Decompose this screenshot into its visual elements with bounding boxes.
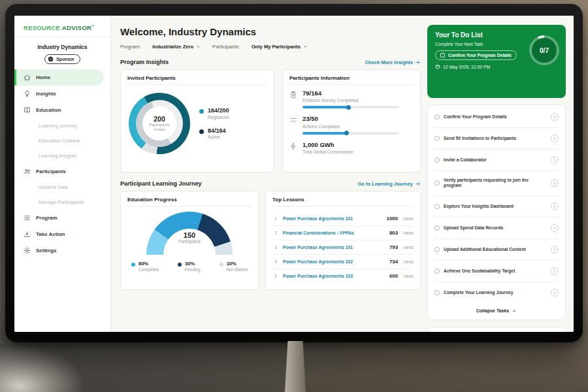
sidebar: RESOURCE ADVISOR+ Industry Dynamics Spon…: [14, 16, 111, 332]
education-progress-card: Education Progress 150 Participants: [120, 191, 259, 290]
info-row-actions: 23/50 Actions Completed: [289, 116, 414, 134]
task-item-invite-collaborator[interactable]: Invite a Collaborator: [434, 150, 559, 171]
sidebar-item-settings[interactable]: Settings: [14, 242, 104, 259]
learning-journey-header: Participant Learning Journey Go to Learn…: [120, 180, 421, 187]
list-icon: [24, 214, 31, 221]
section-title-learning-journey: Participant Learning Journey: [120, 180, 202, 187]
invited-legend: 164/200 Registered 84/164 Active: [199, 108, 229, 140]
sidebar-item-learning-insights[interactable]: Learning Insights: [14, 148, 104, 163]
task-item-upload-educational-content[interactable]: Upload Additional Educational Content: [434, 239, 559, 261]
page-title: Welcome, Industry Dynamics: [120, 26, 421, 37]
actions-progressbar: [302, 132, 399, 135]
chevron-right-icon[interactable]: [551, 203, 559, 210]
logo-resource: RESOURCE: [24, 24, 60, 31]
sidebar-item-program[interactable]: Program: [14, 210, 104, 226]
sidebar-item-learning-journey[interactable]: Learning Journey: [14, 118, 104, 133]
lesson-link[interactable]: Financial Considerations - VPPAs: [283, 231, 385, 235]
sponsor-badge: Sponsor: [44, 54, 80, 64]
app-window: RESOURCE ADVISOR+ Industry Dynamics Spon…: [14, 16, 574, 332]
sidebar-item-home[interactable]: Home: [14, 69, 104, 86]
program-filter[interactable]: Industrialize Zero: [152, 44, 201, 50]
lesson-link[interactable]: Power Purchase Agreements 101: [283, 216, 382, 221]
gauge-center-label: Participants: [146, 239, 233, 244]
logo-advisor: ADVISOR+: [62, 24, 95, 31]
check-more-insights-link[interactable]: Check More Insights: [365, 59, 421, 65]
todo-progress-ring: 0/7: [529, 35, 559, 65]
donut-center-value: 200: [154, 115, 165, 123]
top-lessons-card: Top Lessons 1 Power Purchase Agreements …: [265, 191, 421, 290]
chevron-right-icon[interactable]: [551, 156, 559, 164]
checkbox-icon[interactable]: [440, 53, 445, 57]
lesson-link[interactable]: Power Purchase Agreements 103: [283, 274, 385, 278]
sidebar-nav: Home Insights Education Learning Journey…: [14, 69, 110, 259]
legend-dot-pending: [178, 263, 182, 267]
task-checkbox-icon[interactable]: [434, 269, 440, 274]
task-checkbox-icon[interactable]: [434, 136, 440, 141]
filter-bar: Program: Industrialize Zero Participants…: [120, 44, 421, 50]
chevron-down-icon: [303, 44, 308, 49]
chevron-up-icon: [512, 308, 517, 314]
arrow-right-icon: [415, 59, 421, 65]
task-checkbox-icon[interactable]: [434, 225, 440, 231]
sidebar-item-education[interactable]: Education: [14, 102, 104, 118]
home-icon: [24, 74, 31, 81]
learning-cards-row: Education Progress 150 Participants: [120, 191, 421, 290]
sidebar-item-participants[interactable]: Participants: [14, 163, 104, 180]
todo-tasks-card: Confirm Your Program Details Send 50 Inv…: [427, 105, 566, 320]
sidebar-item-manage-participants[interactable]: Manage Participants: [14, 195, 104, 210]
sidebar-item-take-action[interactable]: Take Action: [14, 226, 104, 242]
go-to-learning-journey-link[interactable]: Go to Learning Journey: [357, 181, 421, 187]
lesson-link[interactable]: Power Purchase Agreements 102: [283, 259, 385, 264]
sidebar-item-general-data[interactable]: General Data: [14, 180, 104, 195]
people-icon: [24, 168, 31, 175]
task-item-complete-learning-journey[interactable]: Complete Your Learning Journey: [434, 282, 559, 303]
todo-column: Your To Do List Complete Your Next Task:…: [427, 25, 566, 332]
insights-cards-row: Invited Participants 200 Participants In…: [120, 69, 421, 172]
task-item-send-invitations[interactable]: Send 50 Invitations to Participants: [434, 128, 559, 150]
lesson-row: 1 Power Purchase Agreements 101 1000 vie…: [272, 212, 414, 226]
invited-card-title: Invited Participants: [127, 75, 267, 85]
legend-dot-active: [199, 129, 204, 134]
main-content: Welcome, Industry Dynamics Program: Indu…: [111, 16, 574, 332]
task-item-achieve-target[interactable]: Achieve One Sustainability Target: [434, 261, 559, 282]
task-checkbox-icon[interactable]: [434, 290, 440, 295]
energy-icon: [289, 142, 297, 150]
chevron-right-icon[interactable]: [551, 113, 559, 121]
education-legend: 60% Completed 30% Pending: [127, 255, 252, 272]
task-checkbox-icon[interactable]: [434, 204, 440, 209]
task-item-upload-spend-data[interactable]: Upload Spend Data Records: [434, 218, 559, 239]
chevron-right-icon[interactable]: [551, 135, 559, 142]
sponsor-badge-label: Sponsor: [56, 57, 74, 61]
task-checkbox-icon[interactable]: [434, 247, 440, 252]
download-icon: [24, 231, 31, 238]
recent-news-card: Recent News: [427, 327, 566, 332]
legend-registered: 164/200 Registered: [199, 108, 229, 120]
task-checkbox-icon[interactable]: [434, 157, 440, 163]
legend-active: 84/164 Active: [199, 128, 229, 140]
gauge-center-value: 150: [146, 231, 233, 239]
legend-completed: 60% Completed: [131, 261, 159, 272]
monitor-front: RESOURCE ADVISOR+ Industry Dynamics Spon…: [5, 4, 583, 342]
chevron-right-icon[interactable]: [551, 224, 559, 232]
participants-filter[interactable]: Only My Participants: [252, 44, 308, 50]
task-checkbox-icon[interactable]: [434, 114, 440, 120]
sidebar-item-insights[interactable]: Insights: [14, 86, 104, 102]
lesson-link[interactable]: Power Purchase Agreements 101: [283, 245, 385, 250]
invited-donut-chart: 200 Participants Invited: [129, 93, 190, 154]
task-item-verify-participants[interactable]: Verify participants requesting to join t…: [434, 171, 559, 196]
task-checkbox-icon[interactable]: [434, 180, 440, 186]
sidebar-item-education-content[interactable]: Education Content: [14, 133, 104, 148]
todo-next-task[interactable]: Confirm Your Program Details: [435, 50, 517, 60]
arrow-right-icon: [415, 181, 421, 187]
program-insights-header: Program Insights Check More Insights: [120, 59, 421, 65]
task-item-explore-insights[interactable]: Explore Your Insights Dashboard: [434, 196, 559, 218]
chevron-right-icon[interactable]: [551, 246, 559, 253]
participants-filter-label: Participants:: [212, 44, 240, 50]
chevron-right-icon[interactable]: [551, 289, 559, 297]
edu-card-title: Education Progress: [127, 197, 252, 206]
chevron-right-icon[interactable]: [551, 179, 559, 187]
task-item-confirm-program[interactable]: Confirm Your Program Details: [434, 106, 559, 128]
chevron-right-icon[interactable]: [551, 267, 559, 275]
legend-dot-completed: [131, 263, 135, 267]
collapse-tasks-button[interactable]: Collapse Tasks: [434, 303, 559, 318]
